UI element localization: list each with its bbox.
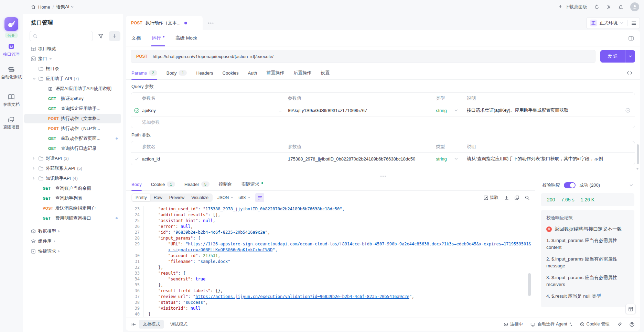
response-tab[interactable]: Body (131, 178, 142, 190)
collapse-sidebar-icon[interactable] (131, 322, 136, 327)
view-mode-raw[interactable]: Raw (150, 194, 166, 201)
request-tab[interactable]: Auth (248, 66, 257, 79)
tree-item[interactable]: 知识助手API(4) (24, 174, 121, 183)
layout-columns-icon[interactable] (629, 36, 634, 41)
extract-button[interactable]: 提取 (484, 195, 498, 201)
request-tab[interactable]: Cookies (223, 66, 239, 79)
view-mode-preview[interactable]: Preview (166, 194, 188, 201)
tree-item[interactable]: 接口 (24, 54, 121, 64)
tree-item[interactable]: 语聚AI应用助手API使用说明 (24, 84, 121, 93)
param-type[interactable]: string (436, 156, 454, 162)
chevron-down-icon[interactable] (454, 158, 467, 160)
breadcrumb-project[interactable]: 语聚AI (56, 4, 73, 10)
gear-icon[interactable] (606, 4, 611, 10)
scrollbar-thumb[interactable] (637, 144, 639, 164)
document-tab[interactable]: POST 执行动作（文本... (126, 16, 203, 30)
chevron-down-icon[interactable] (454, 109, 467, 111)
circle-minus-icon[interactable] (621, 108, 635, 113)
param-value[interactable]: 175388_2978_jjyibotID_0b822870d2b24189b6… (288, 156, 436, 162)
tree-item[interactable]: 项目概览 (24, 44, 121, 54)
table-row[interactable]: apiKey = I6AkqLy1S9ciGdSlfr8931cz1710685… (131, 104, 635, 117)
tree-item[interactable]: GET查询助手列表 (24, 193, 121, 203)
request-tab[interactable]: 设置 (321, 66, 330, 79)
tab-more-button[interactable] (208, 22, 214, 24)
rail-item-online-docs[interactable]: 在线文档 (3, 94, 20, 108)
tree-item[interactable]: GET费用明细查询接口 (24, 213, 121, 223)
filter-button[interactable] (96, 31, 106, 41)
send-options-button[interactable] (625, 50, 635, 63)
tab-run[interactable]: 运行 (152, 30, 164, 46)
refresh-icon[interactable] (594, 4, 599, 10)
response-body-editor[interactable]: 23 "action_used_id": "175388_2978_jjyibo… (126, 204, 535, 318)
tree-item[interactable]: GET查询指定应用助手... (24, 104, 121, 113)
add-param-row[interactable]: 添加参数 (131, 117, 635, 128)
send-button[interactable]: 发 送 (600, 50, 625, 63)
param-value[interactable]: I6AkqLy1S9ciGdSlfr8931cz1710685767 (288, 108, 436, 113)
download-desktop-button[interactable]: 下载桌面版 (558, 4, 587, 10)
url-input[interactable]: POST https://chat.jijyun.cn/v1/openapi/e… (131, 50, 595, 63)
cookie-manager[interactable]: Cookie 管理 (580, 321, 610, 327)
request-tab[interactable]: Headers (196, 66, 213, 79)
tree-item[interactable]: 快捷请求 (24, 246, 121, 256)
response-tab[interactable]: 实际请求 (242, 178, 263, 190)
view-mode-visualize[interactable]: Visualize (188, 194, 212, 201)
menu-icon[interactable] (631, 21, 636, 25)
tree-item[interactable]: GET获取动作配置页面... (24, 134, 121, 143)
tree-item[interactable]: 根目录 (24, 64, 121, 74)
tab-docs[interactable]: 文档 (131, 30, 141, 46)
copy-response-icon[interactable] (515, 196, 519, 200)
breadcrumb-home[interactable]: Home (38, 4, 50, 10)
validate-response-toggle[interactable] (564, 182, 576, 188)
tree-item[interactable]: 组件库 (24, 236, 121, 246)
environment-selector[interactable]: 正 正式环境 (586, 17, 640, 29)
param-name[interactable]: action_id (142, 156, 279, 162)
tree-item[interactable]: POST发送消息给指定用户 (24, 203, 121, 213)
tree-item[interactable]: POST执行动作（NLP方... (24, 124, 121, 133)
response-tab[interactable]: 控制台 (219, 178, 232, 190)
tree-item[interactable]: 数据模型 (24, 226, 121, 236)
param-name[interactable]: apiKey (142, 108, 279, 113)
param-description[interactable]: 请从“查询指定应用助手下的动作列表”接口获取，其中的id字段，示例 (467, 156, 621, 162)
bell-icon[interactable] (618, 4, 623, 10)
table-row[interactable]: action_id 175388_2978_jjyibotID_0b822870… (131, 153, 635, 165)
tree-item[interactable]: 外部联系人API(5) (24, 164, 121, 173)
chevron-down-icon[interactable] (32, 78, 39, 80)
search-input[interactable] (30, 31, 93, 41)
request-tab[interactable]: 后置操作 (293, 66, 311, 79)
param-description[interactable]: 接口请求凭证(apiKey)。应用助手集成配置页面获取 (467, 107, 621, 113)
view-mode-pretty[interactable]: Pretty (132, 194, 150, 201)
help-icon[interactable] (630, 322, 634, 327)
project-logo[interactable] (4, 17, 18, 31)
doc-mode-button[interactable]: 文档模式 (139, 320, 164, 329)
connection-status[interactable]: 连接中 (504, 321, 523, 327)
search-response-icon[interactable] (525, 196, 529, 200)
tree-item[interactable]: 对话API(3) (24, 154, 121, 163)
response-tab[interactable]: Header5 (184, 178, 210, 190)
panel-grid-button[interactable] (625, 304, 636, 314)
encoding-select[interactable]: utf8 (238, 195, 250, 200)
param-type[interactable]: string (436, 108, 454, 113)
response-tab[interactable]: Cookie1 (151, 178, 175, 190)
add-api-button[interactable] (109, 31, 120, 41)
chevron-right-icon[interactable] (32, 167, 39, 170)
word-wrap-button[interactable] (255, 193, 264, 202)
tree-item[interactable]: 应用助手 API(7) (24, 74, 121, 84)
code-scrollbar-thumb[interactable] (528, 273, 531, 296)
download-response-icon[interactable] (504, 196, 509, 200)
panel-splitter-handle[interactable] (126, 174, 640, 178)
rail-item-automation-test[interactable]: 自动化测试 (1, 66, 22, 80)
agent-selector[interactable]: 自动选择 Agent (530, 321, 572, 327)
request-tab[interactable]: Params2 (131, 66, 157, 79)
tree-item[interactable]: GET验证apiKey (24, 94, 121, 103)
home-icon[interactable] (31, 4, 36, 9)
clear-icon[interactable] (617, 322, 622, 327)
avatar[interactable] (630, 2, 639, 11)
debug-mode-button[interactable]: 调试模式 (167, 320, 191, 329)
rail-item-api-manage[interactable]: 接口管理 (3, 43, 20, 57)
format-select[interactable]: JSON (217, 195, 234, 200)
rail-item-clone-project[interactable]: 克隆项目 (3, 117, 20, 130)
tree-item[interactable]: GET查询账户当前余额 (24, 184, 121, 193)
param-enabled-checkbox[interactable] (131, 108, 142, 113)
request-tab[interactable]: Body1 (167, 66, 187, 79)
code-view-icon[interactable] (627, 71, 632, 75)
